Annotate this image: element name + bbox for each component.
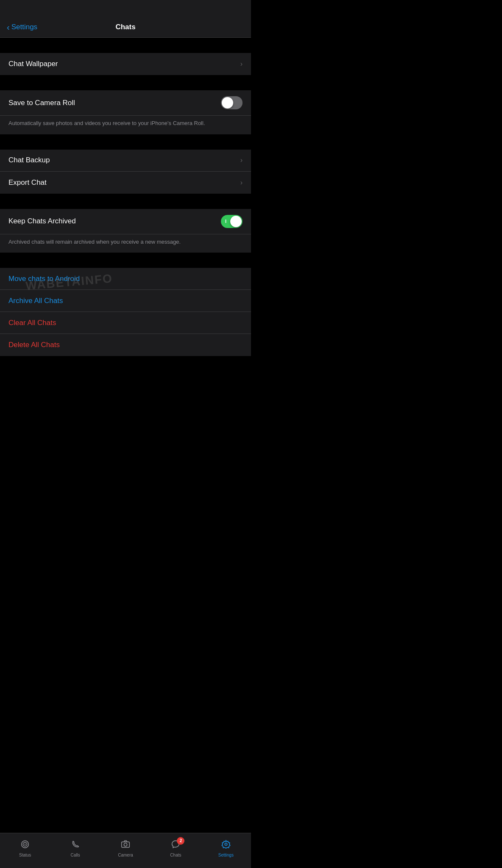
export-chat-row[interactable]: Export Chat ›	[0, 172, 251, 194]
keep-archived-row[interactable]: Keep Chats Archived I	[0, 209, 251, 234]
save-camera-roll-label: Save to Camera Roll	[8, 99, 75, 107]
back-chevron-icon: ‹	[7, 23, 10, 31]
toggle-i-label: I	[225, 219, 226, 224]
chat-backup-label: Chat Backup	[8, 156, 50, 164]
camera-roll-section: Save to Camera Roll Automatically save p…	[0, 90, 251, 134]
move-android-label: Move chats to Android	[8, 275, 80, 283]
section-gap-3	[0, 134, 251, 150]
page-title: Chats	[115, 23, 135, 31]
section-gap-2	[0, 75, 251, 90]
save-camera-roll-toggle[interactable]	[221, 96, 243, 109]
chat-wallpaper-row[interactable]: Chat Wallpaper ›	[0, 53, 251, 75]
section-gap-5	[0, 253, 251, 268]
save-camera-roll-row[interactable]: Save to Camera Roll	[0, 90, 251, 116]
backup-export-section: Chat Backup › Export Chat ›	[0, 150, 251, 194]
archive-all-row[interactable]: Archive All Chats	[0, 290, 251, 312]
wallpaper-section: Chat Wallpaper ›	[0, 53, 251, 75]
section-gap-bottom	[0, 356, 251, 371]
keep-archived-description: Archived chats will remain archived when…	[0, 234, 251, 253]
clear-all-label: Clear All Chats	[8, 319, 56, 327]
clear-all-row[interactable]: Clear All Chats	[0, 312, 251, 334]
section-gap-1	[0, 38, 251, 53]
move-android-row[interactable]: Move chats to Android	[0, 268, 251, 290]
content-area: Chat Wallpaper › Save to Camera Roll Aut…	[0, 38, 251, 406]
section-gap-4	[0, 194, 251, 209]
keep-archived-section: Keep Chats Archived I Archived chats wil…	[0, 209, 251, 253]
chevron-right-icon-3: ›	[240, 179, 243, 186]
navigation-bar: ‹ Settings Chats	[0, 0, 251, 38]
export-chat-label: Export Chat	[8, 178, 47, 187]
toggle-knob	[222, 97, 233, 108]
actions-section: WABetaInfo Move chats to Android Archive…	[0, 268, 251, 356]
save-camera-roll-description: Automatically save photos and videos you…	[0, 116, 251, 134]
chat-wallpaper-label: Chat Wallpaper	[8, 60, 58, 68]
back-label: Settings	[11, 23, 37, 31]
chevron-right-icon-2: ›	[240, 156, 243, 164]
keep-archived-label: Keep Chats Archived	[8, 217, 76, 225]
toggle-knob-2	[230, 216, 242, 227]
keep-archived-toggle[interactable]: I	[221, 215, 243, 228]
delete-all-label: Delete All Chats	[8, 341, 60, 349]
chat-backup-row[interactable]: Chat Backup ›	[0, 150, 251, 172]
chevron-right-icon: ›	[240, 60, 243, 68]
delete-all-row[interactable]: Delete All Chats	[0, 334, 251, 356]
archive-all-label: Archive All Chats	[8, 297, 63, 305]
back-button[interactable]: ‹ Settings	[7, 23, 37, 31]
